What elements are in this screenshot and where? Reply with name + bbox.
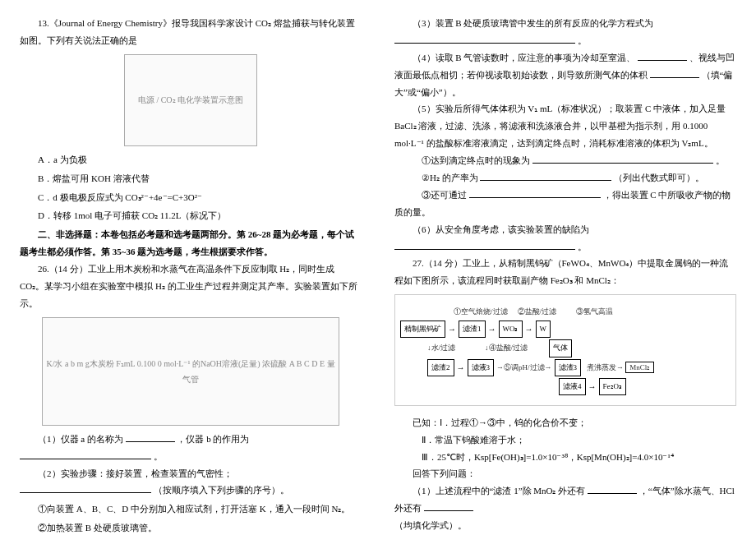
q27-known-2: Ⅱ．常温下钨酸难溶于水； [394,431,736,449]
flow-residue3: 滤渣3 [555,359,582,376]
q26-part5-2: ②H₂ 的产率为 （列出代数式即可）。 [394,169,736,187]
arrow-icon: → [448,321,456,337]
q26-part5-2a: ②H₂ 的产率为 [422,173,478,182]
blank-residue1[interactable] [588,485,637,494]
blank-gas[interactable] [424,502,473,511]
blank-read-note[interactable] [638,52,687,61]
q26-part1-c: 。 [154,451,163,461]
flow-step1-label: ①空气焙烧/过滤 [454,305,508,319]
flow-bottom2-label: ↓④盐酸/过滤 [485,341,528,355]
q26-part6-a: （6）从安全角度考虑，该实验装置的缺陷为 [413,224,589,234]
flow-start: 精制黑钨矿 [400,321,445,338]
q27-stem: 27.（14 分）工业上，从精制黑钨矿（FeWO₄、MnWO₄）中提取金属钨的一… [394,255,736,289]
flow-step3-label: ③氢气高温 [576,305,613,319]
q27-known-3: Ⅲ．25℃时，Ksp[Fe(OH)₃]=1.0×10⁻³⁸，Ksp[Mn(OH)… [394,449,736,466]
flow-w: W [536,321,551,338]
q27-a1-c: （均填化学式）。 [394,517,736,534]
flow-fe2o3: Fe₂O₃ [599,378,627,395]
q27-flowchart: ①空气焙烧/过滤 ②盐酸/过滤 ③氢气高温 精制黑钨矿 → 滤渣1 → WO₃ … [394,294,736,405]
q26-part5: （5）实验后所得气体体积为 V₁ mL（标准状况）；取装置 C 中液体，加入足量… [394,100,736,152]
q26-part6: （6）从安全角度考虑，该实验装置的缺陷为 。 [394,221,736,256]
q27-answer-head: 回答下列问题： [394,465,736,482]
q26-part1-b: ，仪器 b 的作用为 [177,434,249,444]
q26-part3: （3）装置 B 处硬质玻璃管中发生的所有反应的化学方程式为 。 [394,15,736,49]
q26-part3-b: 。 [578,35,587,45]
right-column: （3）装置 B 处硬质玻璃管中发生的所有反应的化学方程式为 。 （4）读取 B … [394,15,736,535]
flow-residue2: 滤渣2 [427,359,454,376]
arrow-icon: → [488,321,496,337]
q26-figure: K/水 a b m g木炭粉 F₁mL 0.100 0 mol·L⁻¹ 的NaO… [42,317,339,426]
left-column: 13.《Journal of Energy Chemistry》报导我国科学家设… [20,15,362,535]
q26-part5-3a: ③还可通过 [422,190,467,200]
flow-gas: 气体 [549,339,572,357]
blank-instrument-b[interactable] [20,450,151,459]
q13-option-c: C．d 极电极反应式为 CO₃²⁻+4e⁻=C+3O²⁻ [20,189,362,206]
q26-part2: （2）实验步骤：接好装置，检查装置的气密性； （按顺序填入下列步骤的序号）。 [20,465,362,500]
q13-option-b: B．熔盐可用 KOH 溶液代替 [20,170,362,187]
q26-part6-b: 。 [578,242,587,251]
flow-filtrate4: 滤液4 [559,378,586,395]
blank-step-order[interactable] [20,485,151,494]
q26-figure-wrap: K/水 a b m g木炭粉 F₁mL 0.100 0 mol·L⁻¹ 的NaO… [20,317,362,426]
q26-part5-3: ③还可通过 ，得出装置 C 中所吸收产物的物质的量。 [394,187,736,221]
q13-figure: 电源 / CO₂ 电化学装置示意图 [124,54,257,146]
blank-method[interactable] [469,189,601,198]
arrow-icon: → [457,360,465,376]
section-2-heading: 二、非选择题：本卷包括必考题和选考题两部分。第 26~28 题为必考题，每个试题… [20,226,362,261]
q26-part5-2b: （列出代数式即可）。 [614,173,704,182]
blank-bias[interactable] [650,69,699,78]
q26-part5-1b: 。 [716,155,725,165]
q26-part4-a: （4）读取 B 气管读数时，应注意的事项为冷却至室温、 [413,53,635,62]
q26-part1: （1）仪器 a 的名称为 ，仪器 b 的作用为 。 [20,431,362,465]
q26-step-1: ①向装置 A、B、C、D 中分别加入相应试剂，打开活塞 K，通入一段时间 N₂。 [20,500,362,518]
q26-part3-a: （3）装置 B 处硬质玻璃管中发生的所有反应的化学方程式为 [413,18,653,28]
flow-bottom1-label: ↓水/过滤 [427,341,455,355]
q27-known-1: 已知：Ⅰ．过程①→③中，钨的化合价不变； [394,414,736,431]
flow-mncl2: MnCl₂ [625,362,654,373]
q26-part5-1: ①达到滴定终点时的现象为 。 [394,152,736,169]
q27-a1-a: （1）上述流程中的“滤渣 1”除 MnO₂ 外还有 [413,486,585,496]
q26-part1-a: （1）仪器 a 的名称为 [38,434,123,444]
flow-wo3: WO₃ [499,321,523,338]
q26-part2-a: （2）实验步骤：接好装置，检查装置的气密性； [38,468,233,478]
flow-step5-label: →⑤调pH/过滤→ [496,361,552,375]
q13-option-d: D．转移 1mol 电子可捕获 CO₂ 11.2L（标况下） [20,207,362,224]
q13-figure-wrap: 电源 / CO₂ 电化学装置示意图 [20,54,362,146]
flow-step2-label: ②盐酸/过滤 [518,305,557,319]
flow-filtrate3: 滤液3 [468,359,495,376]
blank-endpoint[interactable] [532,155,713,164]
q27-a1: （1）上述流程中的“滤渣 1”除 MnO₂ 外还有 ，“气体”除水蒸气、HCl … [394,482,736,517]
blank-defect[interactable] [394,241,575,250]
q13-option-a: A．a 为负极 [20,151,362,168]
arrow-icon: → [525,321,533,337]
q26-part4: （4）读取 B 气管读数时，应注意的事项为冷却至室温、 、视线与凹液面最低点相切… [394,49,736,101]
blank-yield[interactable] [480,172,611,181]
q26-part5-1a: ①达到滴定终点时的现象为 [422,155,530,165]
q26-step-2: ②加热装置 B 处硬质玻璃管。 [20,519,362,535]
flow-residue1: 滤渣1 [459,321,486,338]
blank-equation-b[interactable] [394,35,575,44]
q26-part2-b: （按顺序填入下列步骤的序号）。 [154,485,289,495]
q26-stem: 26.（14 分）工业上用木炭粉和水蒸气在高温条件下反应制取 H₂，同时生成 C… [20,261,362,312]
arrow-icon: → [588,379,597,394]
blank-instrument-a[interactable] [126,433,175,442]
q13-stem: 13.《Journal of Energy Chemistry》报导我国科学家设… [20,15,362,49]
